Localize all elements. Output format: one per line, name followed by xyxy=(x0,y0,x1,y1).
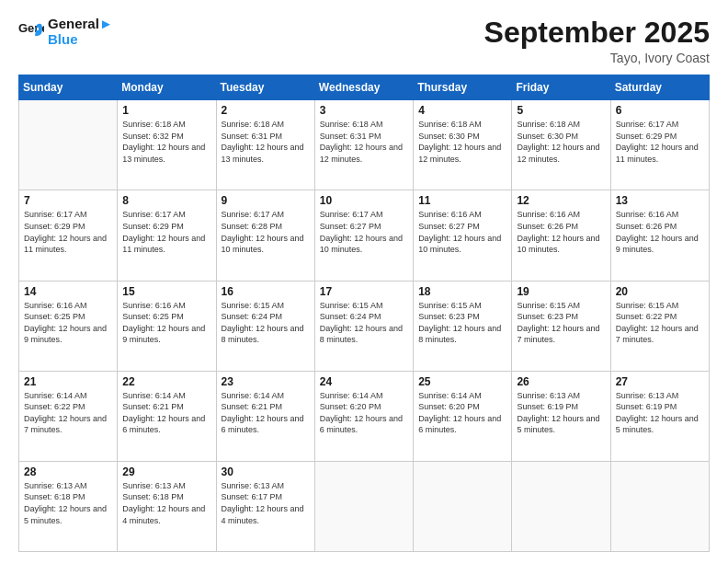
calendar-cell: 23 Sunrise: 6:14 AMSunset: 6:21 PMDaylig… xyxy=(216,371,314,461)
calendar-cell: 30 Sunrise: 6:13 AMSunset: 6:17 PMDaylig… xyxy=(216,461,314,551)
cell-info: Sunrise: 6:15 AMSunset: 6:24 PMDaylight:… xyxy=(222,300,310,346)
calendar-week-row: 7 Sunrise: 6:17 AMSunset: 6:29 PMDayligh… xyxy=(19,190,710,281)
cell-info: Sunrise: 6:15 AMSunset: 6:23 PMDaylight:… xyxy=(418,300,506,346)
weekday-header: Tuesday xyxy=(216,75,314,100)
calendar-cell: 12 Sunrise: 6:16 AMSunset: 6:26 PMDaylig… xyxy=(512,190,610,281)
calendar-cell: 5 Sunrise: 6:18 AMSunset: 6:30 PMDayligh… xyxy=(512,100,610,190)
cell-info: Sunrise: 6:17 AMSunset: 6:27 PMDaylight:… xyxy=(320,209,408,255)
cell-info: Sunrise: 6:15 AMSunset: 6:23 PMDaylight:… xyxy=(517,300,605,346)
cell-info: Sunrise: 6:18 AMSunset: 6:30 PMDaylight:… xyxy=(418,119,506,165)
calendar-cell: 6 Sunrise: 6:17 AMSunset: 6:29 PMDayligh… xyxy=(610,100,709,190)
calendar-cell: 29 Sunrise: 6:13 AMSunset: 6:18 PMDaylig… xyxy=(118,461,216,551)
cell-info: Sunrise: 6:13 AMSunset: 6:18 PMDaylight:… xyxy=(24,480,112,526)
calendar-cell: 19 Sunrise: 6:15 AMSunset: 6:23 PMDaylig… xyxy=(512,281,610,371)
day-number: 18 xyxy=(418,285,506,298)
weekday-header: Wednesday xyxy=(314,75,413,100)
logo-text: General► Blue xyxy=(48,17,113,47)
weekday-header: Sunday xyxy=(19,75,118,100)
day-number: 7 xyxy=(24,194,112,207)
day-number: 29 xyxy=(122,465,210,478)
calendar-cell: 25 Sunrise: 6:14 AMSunset: 6:20 PMDaylig… xyxy=(414,371,512,461)
cell-info: Sunrise: 6:13 AMSunset: 6:17 PMDaylight:… xyxy=(222,480,310,526)
day-number: 6 xyxy=(616,104,704,117)
calendar-table: SundayMondayTuesdayWednesdayThursdayFrid… xyxy=(18,75,710,552)
day-number: 8 xyxy=(122,194,210,207)
cell-info: Sunrise: 6:16 AMSunset: 6:25 PMDaylight:… xyxy=(24,300,112,346)
cell-info: Sunrise: 6:16 AMSunset: 6:26 PMDaylight:… xyxy=(616,209,704,255)
calendar-cell: 13 Sunrise: 6:16 AMSunset: 6:26 PMDaylig… xyxy=(610,190,709,281)
calendar-cell: 28 Sunrise: 6:13 AMSunset: 6:18 PMDaylig… xyxy=(19,461,118,551)
calendar-cell: 3 Sunrise: 6:18 AMSunset: 6:31 PMDayligh… xyxy=(314,100,413,190)
cell-info: Sunrise: 6:14 AMSunset: 6:22 PMDaylight:… xyxy=(24,390,112,436)
calendar-cell: 15 Sunrise: 6:16 AMSunset: 6:25 PMDaylig… xyxy=(118,281,216,371)
weekday-header: Saturday xyxy=(610,75,709,100)
day-number: 11 xyxy=(418,194,506,207)
day-number: 23 xyxy=(222,375,310,388)
weekday-header-row: SundayMondayTuesdayWednesdayThursdayFrid… xyxy=(19,75,710,100)
calendar-week-row: 1 Sunrise: 6:18 AMSunset: 6:32 PMDayligh… xyxy=(19,100,710,190)
title-block: September 2025 Tayo, Ivory Coast xyxy=(484,17,710,65)
day-number: 25 xyxy=(418,375,506,388)
day-number: 13 xyxy=(616,194,704,207)
day-number: 20 xyxy=(616,285,704,298)
calendar-cell: 16 Sunrise: 6:15 AMSunset: 6:24 PMDaylig… xyxy=(216,281,314,371)
day-number: 26 xyxy=(517,375,605,388)
cell-info: Sunrise: 6:16 AMSunset: 6:25 PMDaylight:… xyxy=(122,300,210,346)
day-number: 3 xyxy=(320,104,408,117)
calendar-cell: 9 Sunrise: 6:17 AMSunset: 6:28 PMDayligh… xyxy=(216,190,314,281)
calendar-cell: 11 Sunrise: 6:16 AMSunset: 6:27 PMDaylig… xyxy=(414,190,512,281)
cell-info: Sunrise: 6:15 AMSunset: 6:24 PMDaylight:… xyxy=(320,300,408,346)
cell-info: Sunrise: 6:17 AMSunset: 6:28 PMDaylight:… xyxy=(222,209,310,255)
location: Tayo, Ivory Coast xyxy=(484,51,710,65)
cell-info: Sunrise: 6:15 AMSunset: 6:22 PMDaylight:… xyxy=(616,300,704,346)
calendar-cell: 4 Sunrise: 6:18 AMSunset: 6:30 PMDayligh… xyxy=(414,100,512,190)
cell-info: Sunrise: 6:16 AMSunset: 6:27 PMDaylight:… xyxy=(418,209,506,255)
cell-info: Sunrise: 6:17 AMSunset: 6:29 PMDaylight:… xyxy=(24,209,112,255)
day-number: 30 xyxy=(222,465,310,478)
weekday-header: Friday xyxy=(512,75,610,100)
day-number: 4 xyxy=(418,104,506,117)
day-number: 12 xyxy=(517,194,605,207)
day-number: 21 xyxy=(24,375,112,388)
calendar-cell: 22 Sunrise: 6:14 AMSunset: 6:21 PMDaylig… xyxy=(118,371,216,461)
day-number: 9 xyxy=(222,194,310,207)
day-number: 1 xyxy=(122,104,210,117)
calendar-cell xyxy=(512,461,610,551)
calendar-week-row: 14 Sunrise: 6:16 AMSunset: 6:25 PMDaylig… xyxy=(19,281,710,371)
cell-info: Sunrise: 6:14 AMSunset: 6:20 PMDaylight:… xyxy=(418,390,506,436)
logo-icon: General xyxy=(18,19,44,45)
day-number: 19 xyxy=(517,285,605,298)
calendar-cell: 1 Sunrise: 6:18 AMSunset: 6:32 PMDayligh… xyxy=(118,100,216,190)
day-number: 2 xyxy=(222,104,310,117)
day-number: 24 xyxy=(320,375,408,388)
day-number: 15 xyxy=(122,285,210,298)
cell-info: Sunrise: 6:17 AMSunset: 6:29 PMDaylight:… xyxy=(616,119,704,165)
weekday-header: Thursday xyxy=(414,75,512,100)
cell-info: Sunrise: 6:18 AMSunset: 6:32 PMDaylight:… xyxy=(122,119,210,165)
calendar-cell xyxy=(314,461,413,551)
calendar-cell: 10 Sunrise: 6:17 AMSunset: 6:27 PMDaylig… xyxy=(314,190,413,281)
calendar-cell: 14 Sunrise: 6:16 AMSunset: 6:25 PMDaylig… xyxy=(19,281,118,371)
calendar-cell: 20 Sunrise: 6:15 AMSunset: 6:22 PMDaylig… xyxy=(610,281,709,371)
cell-info: Sunrise: 6:16 AMSunset: 6:26 PMDaylight:… xyxy=(517,209,605,255)
cell-info: Sunrise: 6:18 AMSunset: 6:31 PMDaylight:… xyxy=(320,119,408,165)
calendar-cell: 7 Sunrise: 6:17 AMSunset: 6:29 PMDayligh… xyxy=(19,190,118,281)
calendar-week-row: 28 Sunrise: 6:13 AMSunset: 6:18 PMDaylig… xyxy=(19,461,710,551)
day-number: 10 xyxy=(320,194,408,207)
day-number: 22 xyxy=(122,375,210,388)
month-title: September 2025 xyxy=(484,17,710,49)
calendar-cell xyxy=(19,100,118,190)
calendar-cell: 26 Sunrise: 6:13 AMSunset: 6:19 PMDaylig… xyxy=(512,371,610,461)
calendar-cell: 2 Sunrise: 6:18 AMSunset: 6:31 PMDayligh… xyxy=(216,100,314,190)
calendar-cell: 18 Sunrise: 6:15 AMSunset: 6:23 PMDaylig… xyxy=(414,281,512,371)
calendar-cell xyxy=(414,461,512,551)
calendar-cell: 27 Sunrise: 6:13 AMSunset: 6:19 PMDaylig… xyxy=(610,371,709,461)
calendar-week-row: 21 Sunrise: 6:14 AMSunset: 6:22 PMDaylig… xyxy=(19,371,710,461)
cell-info: Sunrise: 6:13 AMSunset: 6:19 PMDaylight:… xyxy=(517,390,605,436)
calendar-cell: 8 Sunrise: 6:17 AMSunset: 6:29 PMDayligh… xyxy=(118,190,216,281)
page: General General► Blue September 2025 Tay… xyxy=(0,0,728,563)
cell-info: Sunrise: 6:17 AMSunset: 6:29 PMDaylight:… xyxy=(122,209,210,255)
cell-info: Sunrise: 6:14 AMSunset: 6:21 PMDaylight:… xyxy=(122,390,210,436)
cell-info: Sunrise: 6:13 AMSunset: 6:18 PMDaylight:… xyxy=(122,480,210,526)
weekday-header: Monday xyxy=(118,75,216,100)
